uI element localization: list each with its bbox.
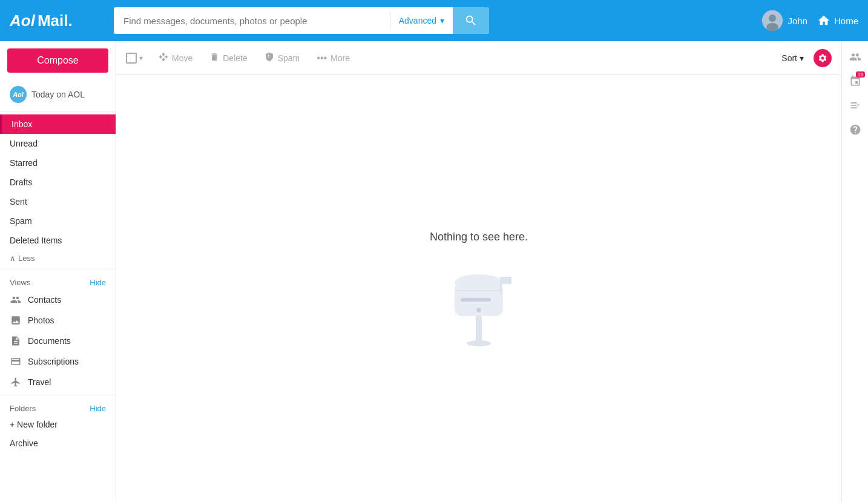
avatar (762, 10, 783, 31)
less-button[interactable]: ∧ Less (0, 250, 116, 266)
sidebar-item-unread[interactable]: Unread (0, 134, 116, 153)
photos-label: Photos (28, 315, 54, 325)
aol-logo-icon: Aol (10, 86, 27, 103)
spam-button[interactable]: Spam (258, 48, 306, 68)
home-section[interactable]: Home (817, 14, 858, 27)
svg-point-4 (467, 340, 491, 346)
header-right: John Home (762, 10, 858, 31)
contacts-panel-icon (849, 51, 861, 63)
app-header: Aol Mail. Advanced ▾ John (0, 0, 868, 41)
svg-point-1 (769, 15, 776, 22)
search-submit-button[interactable] (453, 7, 489, 34)
user-section[interactable]: John (762, 10, 807, 31)
help-panel-icon (849, 124, 861, 136)
calendar-badge: 18 (856, 71, 864, 78)
notepad-panel-icon (849, 99, 861, 111)
chevron-up-icon: ∧ (10, 254, 16, 263)
select-all-checkbox[interactable] (126, 53, 137, 64)
calendar-panel-button[interactable]: 18 (844, 70, 866, 92)
sent-label: Sent (10, 197, 27, 206)
sidebar-item-documents[interactable]: Documents (0, 331, 116, 351)
delete-icon (209, 52, 219, 64)
sort-chevron-icon: ▾ (800, 53, 804, 63)
search-icon (464, 14, 478, 27)
views-divider (0, 269, 116, 269)
content-area: ▾ Move Delete Spam ••• (116, 41, 841, 502)
sidebar-item-sent[interactable]: Sent (0, 192, 116, 211)
right-panel: 18 (841, 41, 868, 502)
search-input[interactable] (114, 7, 390, 34)
views-section-header: Views Hide (0, 272, 116, 289)
more-label: More (330, 53, 350, 63)
views-hide-button[interactable]: Hide (90, 278, 106, 287)
logo-mail: Mail. (38, 12, 73, 30)
email-toolbar: ▾ Move Delete Spam ••• (116, 41, 841, 75)
compose-button[interactable]: Compose (7, 48, 108, 73)
advanced-search-button[interactable]: Advanced ▾ (390, 16, 453, 25)
sidebar-item-drafts[interactable]: Drafts (0, 173, 116, 192)
sidebar-item-subscriptions[interactable]: Subscriptions (0, 351, 116, 372)
new-folder-button[interactable]: + New folder (0, 415, 116, 434)
photos-icon (10, 314, 22, 326)
gear-icon (818, 53, 827, 63)
contacts-icon (10, 294, 22, 306)
new-folder-label: + New folder (10, 420, 58, 429)
svg-rect-9 (502, 277, 511, 284)
today-label: Today on AOL (31, 90, 85, 99)
archive-label: Archive (10, 438, 38, 448)
svg-rect-7 (461, 298, 491, 302)
svg-rect-8 (500, 277, 502, 295)
subscriptions-label: Subscriptions (28, 357, 79, 366)
documents-label: Documents (28, 336, 71, 346)
delete-button[interactable]: Delete (203, 48, 253, 68)
documents-icon (10, 335, 22, 347)
more-button[interactable]: ••• More (311, 49, 356, 67)
folders-divider (0, 395, 116, 395)
empty-message: Nothing to see here. (430, 231, 528, 243)
sidebar-item-travel[interactable]: Travel (0, 372, 116, 392)
unread-label: Unread (10, 139, 38, 148)
sidebar-item-contacts[interactable]: Contacts (0, 289, 116, 310)
sort-button[interactable]: Sort ▾ (781, 53, 804, 63)
svg-point-10 (476, 308, 481, 312)
subscriptions-icon (10, 355, 22, 368)
logo: Aol Mail. (10, 12, 107, 30)
select-dropdown-icon[interactable]: ▾ (139, 54, 143, 62)
views-title: Views (10, 278, 30, 287)
svg-point-6 (455, 274, 503, 291)
contacts-panel-button[interactable] (844, 46, 866, 68)
sidebar-item-starred[interactable]: Starred (0, 153, 116, 173)
settings-button[interactable] (814, 49, 832, 67)
empty-state: Nothing to see here. (116, 75, 841, 502)
search-bar: Advanced ▾ (114, 7, 489, 34)
notepad-panel-button[interactable] (844, 94, 866, 116)
advanced-label: Advanced (399, 16, 436, 25)
sidebar-item-today[interactable]: Aol Today on AOL (0, 80, 116, 109)
sidebar-item-photos[interactable]: Photos (0, 310, 116, 331)
folders-title: Folders (10, 404, 36, 413)
logo-aol: Aol (10, 12, 35, 30)
delete-label: Delete (223, 53, 247, 63)
sidebar-item-inbox[interactable]: Inbox (0, 114, 116, 134)
sidebar-item-spam[interactable]: Spam (0, 211, 116, 231)
select-all-area: ▾ (126, 53, 143, 64)
home-label: Home (834, 16, 858, 26)
inbox-label: Inbox (12, 119, 32, 129)
spam-label: Spam (10, 216, 32, 226)
starred-label: Starred (10, 158, 38, 168)
deleted-label: Deleted Items (10, 236, 62, 245)
spam-label: Spam (278, 53, 300, 63)
folders-hide-button[interactable]: Hide (90, 404, 106, 413)
move-button[interactable]: Move (153, 48, 199, 68)
empty-mailbox-illustration (442, 256, 515, 346)
drafts-label: Drafts (10, 177, 32, 187)
move-label: Move (172, 53, 192, 63)
less-label: Less (18, 254, 35, 263)
chevron-down-icon: ▾ (440, 16, 444, 25)
travel-label: Travel (28, 377, 51, 387)
home-icon (817, 14, 830, 27)
help-panel-button[interactable] (844, 119, 866, 140)
sidebar-item-archive[interactable]: Archive (0, 434, 116, 453)
sidebar-item-deleted[interactable]: Deleted Items (0, 231, 116, 250)
spam-icon (265, 52, 274, 64)
